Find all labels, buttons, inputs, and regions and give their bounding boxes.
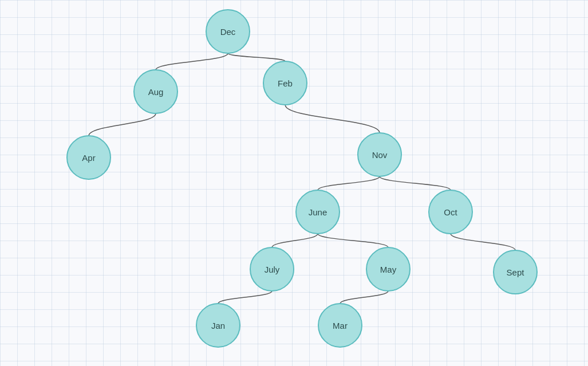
edge-june-july: [272, 234, 318, 247]
edge-july-jan: [218, 291, 272, 304]
label-sept: Sept: [507, 267, 525, 277]
label-dec: Dec: [220, 27, 236, 37]
label-june: June: [309, 207, 327, 217]
edge-june-may: [318, 234, 388, 247]
label-jan: Jan: [211, 321, 225, 330]
label-oct: Oct: [444, 207, 457, 217]
label-july: July: [265, 265, 280, 274]
node-feb[interactable]: Feb: [263, 61, 307, 105]
edge-nov-oct: [380, 176, 451, 190]
node-aug[interactable]: Aug: [134, 70, 177, 113]
tree-diagram: DecAugFebAprNovJuneOctJulyMaySeptJanMar: [0, 0, 588, 366]
node-jan[interactable]: Jan: [196, 304, 240, 347]
edge-nov-june: [318, 176, 380, 190]
label-apr: Apr: [82, 153, 95, 163]
node-oct[interactable]: Oct: [429, 190, 472, 234]
node-sept[interactable]: Sept: [494, 250, 537, 294]
node-june[interactable]: June: [296, 190, 340, 234]
edge-aug-apr: [89, 113, 156, 136]
edge-feb-nov: [285, 105, 380, 133]
node-mar[interactable]: Mar: [318, 304, 362, 347]
node-apr[interactable]: Apr: [67, 136, 111, 179]
node-dec[interactable]: Dec: [206, 10, 250, 53]
label-feb: Feb: [278, 78, 293, 88]
label-mar: Mar: [333, 321, 348, 330]
node-july[interactable]: July: [250, 247, 294, 291]
edge-oct-sept: [451, 234, 515, 250]
label-aug: Aug: [148, 87, 164, 97]
node-nov[interactable]: Nov: [358, 133, 401, 176]
label-may: May: [380, 265, 397, 274]
edge-may-mar: [340, 291, 388, 304]
label-nov: Nov: [372, 150, 388, 160]
edge-dec-feb: [228, 53, 285, 61]
edge-dec-aug: [156, 53, 228, 70]
node-may[interactable]: May: [366, 247, 410, 291]
